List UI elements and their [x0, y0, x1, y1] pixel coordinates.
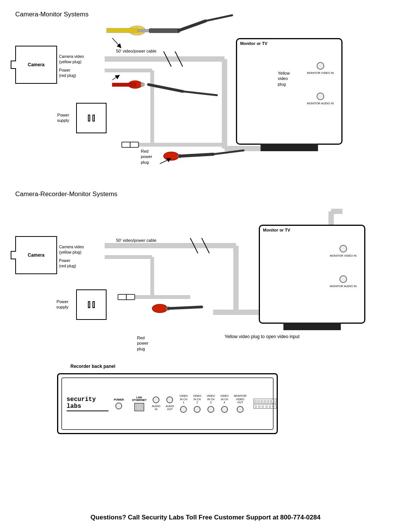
- video-ch4-port: [221, 406, 228, 413]
- port-group-2: MONITOR AUDIO IN: [307, 93, 334, 105]
- svg-line-26: [213, 150, 244, 154]
- section2-title: Camera-Recorder-Monitor Systems: [15, 190, 117, 198]
- svg-line-22: [112, 76, 118, 80]
- audio-out-port: [166, 396, 173, 403]
- port-group-1: MONITOR VIDEO IN: [307, 62, 334, 75]
- power-supply-1: [76, 103, 107, 133]
- svg-line-9: [175, 51, 183, 67]
- monitor-stand-2: [284, 323, 341, 330]
- svg-rect-45: [126, 294, 135, 300]
- power-port: [115, 403, 122, 409]
- camera-label-1: Camera: [28, 62, 45, 67]
- power-supply-label-1: Powersupply: [57, 112, 69, 123]
- audio-port-label-1: MONITOR AUDIO IN: [307, 102, 334, 105]
- yellow-video-label: Yellow video plug to open video input: [225, 334, 299, 340]
- monitor-title-2: Monitor or TV: [260, 226, 364, 234]
- power-label: POWER: [114, 398, 124, 401]
- lan-label: LAN-ETHERNET: [132, 396, 147, 401]
- prong2: [92, 115, 95, 121]
- prong4: [92, 301, 95, 308]
- video-ch3-port: [207, 406, 214, 413]
- monitor-box-2: Monitor or TV MONITOR VIDEO IN MONITOR A…: [259, 225, 365, 324]
- recorder-inner: security labs POWER LAN-ETHERNET AUDIO I…: [61, 377, 274, 430]
- audio-port-label-2: MONITOR AUDIO IN: [330, 284, 357, 288]
- recorder-brand: security labs: [67, 396, 108, 411]
- video-ch2-label: VIDEO IN CH 2: [193, 395, 201, 404]
- svg-line-25: [180, 154, 213, 156]
- camera-box-2: Camera: [15, 236, 57, 274]
- svg-line-27: [160, 159, 169, 164]
- monitor-out-group: MONITOR VIDEO OUT: [234, 395, 247, 412]
- svg-line-43: [202, 238, 209, 253]
- red-power-plug-label-2: Redpowerplug: [137, 335, 148, 351]
- svg-point-10: [129, 26, 145, 35]
- svg-point-24: [178, 154, 182, 158]
- svg-rect-44: [118, 294, 126, 300]
- monitor-out-port: [237, 406, 244, 413]
- recorder-panel: security labs POWER LAN-ETHERNET AUDIO I…: [57, 373, 278, 434]
- audio-port-2: [339, 275, 347, 283]
- audio-port-1: [317, 93, 324, 100]
- video-ch3-group: VIDEO IN CH 3: [207, 395, 215, 412]
- camera-power-label-1: Power(red plug): [59, 68, 76, 78]
- video-ch4-label: VIDEO IN CH 4: [220, 395, 229, 404]
- svg-line-15: [206, 15, 232, 21]
- audio-in-label: AUDIO IN: [152, 405, 160, 411]
- power-supply-label-2: Powersupply: [56, 299, 68, 310]
- svg-rect-11: [107, 28, 138, 33]
- video-ch4-group: VIDEO IN CH 4: [220, 395, 229, 412]
- video-ch2-port: [194, 406, 201, 413]
- camera-label-2: Camera: [28, 252, 45, 258]
- monitor-out-label: MONITOR VIDEO OUT: [234, 395, 247, 404]
- svg-line-16: [112, 38, 120, 46]
- svg-rect-19: [112, 83, 136, 86]
- video-port-label-2: MONITOR VIDEO IN: [330, 254, 357, 257]
- audio-out-group: AUDIO OUT: [166, 396, 174, 411]
- lan-port: [134, 403, 144, 411]
- svg-point-17: [128, 81, 142, 88]
- page: Camera-Monitor Systems: [0, 0, 411, 532]
- section1-title: Camera-Monitor Systems: [15, 11, 89, 18]
- lan-port-group: LAN-ETHERNET: [132, 396, 147, 411]
- svg-point-23: [164, 152, 179, 160]
- svg-line-14: [179, 21, 206, 30]
- footer-cta: Questions? Call Security Labs Toll Free …: [0, 514, 411, 521]
- audio-in-port: [153, 396, 159, 403]
- monitor-box-1: Monitor or TV MONITOR VIDEO IN MONITOR A…: [236, 38, 342, 145]
- video-ch1-port: [180, 406, 187, 413]
- camera-power-label-2: Power(red plug): [59, 258, 76, 268]
- camera-video-label-1: Camera video(yellow plug): [59, 54, 84, 64]
- video-ch3-label: VIDEO IN CH 3: [207, 395, 215, 404]
- db-bottom-row: [253, 404, 276, 409]
- video-port-2: [339, 245, 347, 252]
- cable-label-2: 50' video/power cable: [116, 238, 156, 243]
- svg-point-47: [166, 307, 170, 310]
- video-ch1-group: VIDEO IN CH 1: [180, 395, 188, 412]
- svg-rect-29: [130, 142, 139, 147]
- video-port-1: [317, 62, 324, 70]
- power-supply-2: [76, 289, 107, 320]
- yellow-plug-label-1: Yellowvideoplug: [278, 70, 290, 87]
- power-port-group: POWER: [114, 398, 124, 409]
- prong1: [88, 115, 90, 121]
- camera-notch-2: [11, 251, 16, 259]
- lan-port-inner: [136, 404, 143, 410]
- camera-video-label-2: Camera video(yellow plug): [59, 244, 84, 255]
- recorder-panel-label: Recorder back panel: [70, 364, 115, 369]
- svg-line-42: [190, 238, 198, 253]
- red-power-plug-label-1: Redpowerplug: [141, 149, 152, 165]
- port-group-3: MONITOR VIDEO IN: [330, 245, 357, 257]
- svg-point-46: [152, 304, 167, 313]
- svg-rect-28: [122, 142, 130, 147]
- svg-line-20: [148, 85, 183, 91]
- audio-out-label: AUDIO OUT: [166, 405, 174, 411]
- video-port-label-1: MONITOR VIDEO IN: [307, 71, 334, 75]
- audio-in-group: AUDIO IN: [152, 396, 160, 411]
- cable-label-1: 50' video/power cable: [116, 49, 156, 53]
- monitor-title-1: Monitor or TV: [237, 39, 341, 48]
- video-ch1-label: VIDEO IN CH 1: [180, 395, 188, 404]
- svg-point-18: [141, 83, 145, 86]
- monitor-stand-1: [261, 144, 318, 151]
- svg-line-21: [183, 91, 217, 95]
- camera-box-1: Camera: [15, 46, 57, 84]
